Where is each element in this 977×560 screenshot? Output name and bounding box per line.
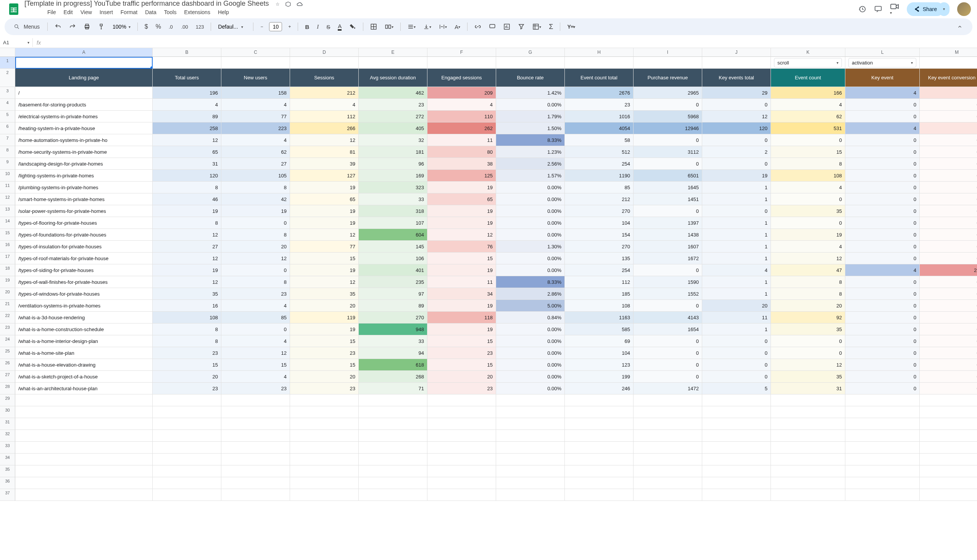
cell-G6[interactable]: 1.50% <box>496 122 565 134</box>
row-header-14[interactable]: 14 <box>0 217 15 229</box>
cell-A6[interactable]: /heating-system-in-a-private-house <box>15 122 153 134</box>
cell-A3[interactable]: / <box>15 87 153 99</box>
cell-A14[interactable]: /types-of-flooring-for-private-houses <box>15 217 153 229</box>
cell-H5[interactable]: 1016 <box>565 111 633 122</box>
cell-M3[interactable]: 2.04% <box>920 87 977 99</box>
cell-D28[interactable]: 23 <box>290 383 359 395</box>
cell-C14[interactable]: 0 <box>221 217 290 229</box>
cell-E4[interactable]: 23 <box>359 99 428 111</box>
merge-button[interactable]: ▾ <box>382 21 396 32</box>
cell-E13[interactable]: 318 <box>359 205 428 217</box>
cell-G9[interactable]: 2.56% <box>496 158 565 170</box>
cell-G23[interactable]: 0.00% <box>496 323 565 335</box>
row-header-36[interactable]: 36 <box>0 477 15 489</box>
cell-E26[interactable]: 618 <box>359 359 428 371</box>
cell-D26[interactable]: 15 <box>290 359 359 371</box>
cell-D20[interactable]: 35 <box>290 288 359 300</box>
cell-H18[interactable]: 254 <box>565 264 633 276</box>
cell-L28[interactable]: 0 <box>845 383 920 395</box>
cell-C7[interactable]: 4 <box>221 134 290 146</box>
cell-K8[interactable]: 15 <box>771 146 845 158</box>
cell-L9[interactable]: 0 <box>845 158 920 170</box>
cell-D5[interactable]: 112 <box>290 111 359 122</box>
cell-M13[interactable]: 0.00% <box>920 205 977 217</box>
cell-empty[interactable] <box>920 406 977 418</box>
cell-B4[interactable]: 4 <box>153 99 221 111</box>
cell-E8[interactable]: 181 <box>359 146 428 158</box>
cell-C23[interactable]: 0 <box>221 323 290 335</box>
cell-E18[interactable]: 401 <box>359 264 428 276</box>
cell-D16[interactable]: 77 <box>290 241 359 253</box>
cell-empty[interactable] <box>15 418 153 430</box>
cell-empty[interactable] <box>920 453 977 465</box>
cell-F19[interactable]: 11 <box>428 276 496 288</box>
cell-empty[interactable] <box>633 477 702 489</box>
cell-K17[interactable]: 12 <box>771 253 845 264</box>
cell-C13[interactable]: 19 <box>221 205 290 217</box>
cell-M11[interactable]: 0.00% <box>920 182 977 193</box>
comment-icon[interactable] <box>874 5 882 13</box>
cell-I5[interactable]: 5968 <box>633 111 702 122</box>
cell-empty[interactable] <box>633 465 702 477</box>
cell-B26[interactable]: 15 <box>153 359 221 371</box>
cell-empty[interactable] <box>633 453 702 465</box>
cell-L23[interactable]: 0 <box>845 323 920 335</box>
meet-icon[interactable]: ▾ <box>890 3 899 15</box>
row-header-12[interactable]: 12 <box>0 193 15 205</box>
cell-K5[interactable]: 62 <box>771 111 845 122</box>
row-header-28[interactable]: 28 <box>0 383 15 395</box>
cell-L21[interactable]: 0 <box>845 300 920 312</box>
cell-M15[interactable]: 0.00% <box>920 229 977 241</box>
cell-J22[interactable]: 11 <box>702 312 771 323</box>
cell-F21[interactable]: 19 <box>428 300 496 312</box>
cell-C6[interactable]: 223 <box>221 122 290 134</box>
row-header-18[interactable]: 18 <box>0 264 15 276</box>
cell-G26[interactable]: 0.00% <box>496 359 565 371</box>
cell-L14[interactable]: 0 <box>845 217 920 229</box>
cell-F16[interactable]: 76 <box>428 241 496 253</box>
cell-J4[interactable]: 0 <box>702 99 771 111</box>
cell-A15[interactable]: /types-of-foundations-for-private-houses <box>15 229 153 241</box>
cell-F8[interactable]: 80 <box>428 146 496 158</box>
row-header-29[interactable]: 29 <box>0 395 15 406</box>
cell-F13[interactable]: 19 <box>428 205 496 217</box>
cell-I20[interactable]: 1552 <box>633 288 702 300</box>
cell-K28[interactable]: 31 <box>771 383 845 395</box>
cell-K12[interactable]: 0 <box>771 193 845 205</box>
cell-empty[interactable] <box>221 489 290 501</box>
cell-empty[interactable] <box>920 418 977 430</box>
menu-help[interactable]: Help <box>215 8 232 17</box>
cell-C11[interactable]: 8 <box>221 182 290 193</box>
cell-G4[interactable]: 0.00% <box>496 99 565 111</box>
cell-G21[interactable]: 5.00% <box>496 300 565 312</box>
cell-E25[interactable]: 94 <box>359 347 428 359</box>
cell-C18[interactable]: 0 <box>221 264 290 276</box>
cell-A25[interactable]: /what-is-a-home-site-plan <box>15 347 153 359</box>
cell-J14[interactable]: 1 <box>702 217 771 229</box>
cell-A21[interactable]: /ventilation-systems-in-private-homes <box>15 300 153 312</box>
cell-F17[interactable]: 15 <box>428 253 496 264</box>
cell-M28[interactable]: 0.00% <box>920 383 977 395</box>
cell-I6[interactable]: 12946 <box>633 122 702 134</box>
cell-empty[interactable] <box>153 430 221 442</box>
cell-K7[interactable]: 0 <box>771 134 845 146</box>
cell-J24[interactable]: 0 <box>702 335 771 347</box>
cell-empty[interactable] <box>845 477 920 489</box>
cell-H6[interactable]: 4054 <box>565 122 633 134</box>
cell-K27[interactable]: 35 <box>771 371 845 383</box>
cell-empty[interactable] <box>702 453 771 465</box>
row-header-9[interactable]: 9 <box>0 158 15 170</box>
cell-G3[interactable]: 1.42% <box>496 87 565 99</box>
cell-A4[interactable]: /basement-for-storing-products <box>15 99 153 111</box>
cell-L7[interactable]: 0 <box>845 134 920 146</box>
row-header-32[interactable]: 32 <box>0 430 15 442</box>
cell-J7[interactable]: 0 <box>702 134 771 146</box>
cell-C20[interactable]: 23 <box>221 288 290 300</box>
cell-J13[interactable]: 0 <box>702 205 771 217</box>
cell-r1[interactable] <box>290 57 359 69</box>
cell-empty[interactable] <box>702 395 771 406</box>
increase-font-button[interactable]: + <box>285 22 294 32</box>
col-header-F[interactable]: F <box>428 48 496 57</box>
cell-K25[interactable]: 0 <box>771 347 845 359</box>
cell-F22[interactable]: 118 <box>428 312 496 323</box>
